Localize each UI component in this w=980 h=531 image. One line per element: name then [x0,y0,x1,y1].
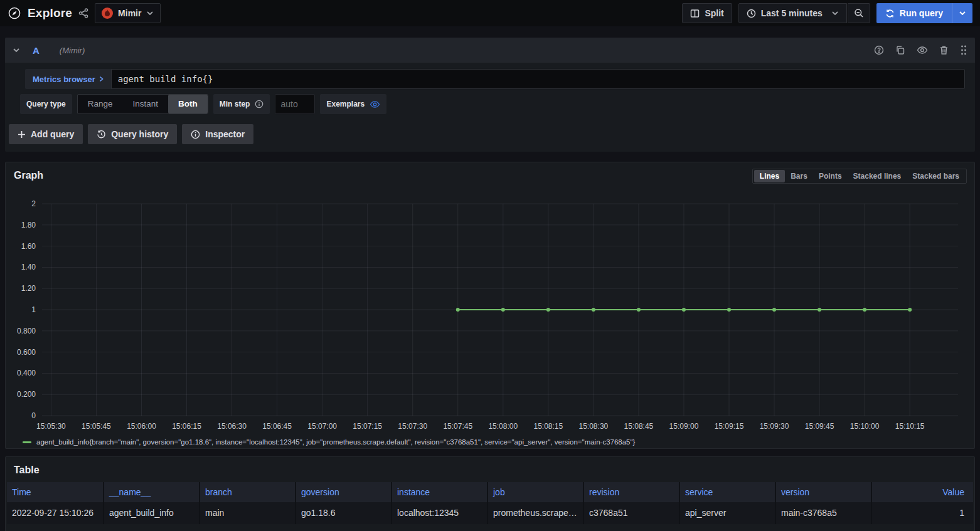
min-step-label: Min step [213,94,270,114]
x-tick-label: 15:05:45 [82,422,111,431]
cell-name[interactable]: agent_build_info [104,502,200,524]
query-type-range[interactable]: Range [78,95,123,113]
query-editor-card: A (Mimir) Metrics browser [5,38,975,152]
cell-job[interactable]: prometheus.scrape.… [488,502,584,524]
cell-time[interactable]: 2022-09-27 15:10:26 [7,502,104,524]
col-header-service[interactable]: service [680,482,776,502]
x-tick-label: 15:09:45 [805,422,834,431]
query-history-button[interactable]: Query history [88,124,177,144]
x-tick-label: 15:08:00 [488,422,518,431]
series-point[interactable] [863,308,866,312]
metrics-browser-label: Metrics browser [33,75,95,84]
x-tick-label: 15:06:15 [172,422,201,431]
y-tick-label: 0.400 [17,369,36,377]
series-point[interactable] [637,308,641,312]
graph-panel: Graph Lines Bars Points Stacked lines St… [5,162,975,449]
query-expression-input[interactable] [111,69,965,89]
x-tick-label: 15:06:00 [127,422,156,431]
cell-revision[interactable]: c3768a51 [584,502,680,524]
chevron-down-icon [831,11,839,16]
y-tick-label: 1.80 [21,221,36,229]
legend-series-label[interactable]: agent_build_info{branch="main", goversio… [36,438,635,446]
query-type-radio-group: Range Instant Both [77,94,208,114]
tab-lines[interactable]: Lines [754,170,785,182]
exemplars-label: Exemplars [320,94,386,114]
col-header-instance[interactable]: instance [392,482,488,502]
graph-canvas[interactable]: 21.801.601.401.2010.8000.6000.4000.20001… [12,196,963,434]
run-query-caret[interactable] [952,3,972,23]
cell-version[interactable]: main-c3768a5 [776,502,872,524]
table-panel-title: Table [6,457,974,480]
x-tick-label: 15:05:30 [36,422,66,431]
series-point[interactable] [727,308,731,312]
remove-query-trash-icon[interactable] [939,45,949,55]
series-point[interactable] [546,308,550,312]
query-type-both[interactable]: Both [168,95,208,113]
run-query-button[interactable]: Run query [876,3,972,23]
series-point[interactable] [501,308,505,312]
x-tick-label: 15:08:30 [579,422,609,431]
col-header-branch[interactable]: branch [200,482,296,502]
query-datasource-hint: (Mimir) [60,46,85,55]
x-tick-label: 15:06:45 [262,422,292,431]
col-header-value[interactable]: Value [872,482,973,502]
col-header-version[interactable]: version [776,482,872,502]
cell-service[interactable]: api_server [680,502,776,524]
series-point[interactable] [818,308,821,312]
time-range-picker[interactable]: Last 5 minutes [738,3,847,23]
add-query-button[interactable]: Add query [9,124,83,144]
tab-stacked-lines[interactable]: Stacked lines [848,170,907,182]
series-point[interactable] [456,308,460,312]
series-point[interactable] [592,308,595,312]
x-tick-label: 15:08:45 [624,422,654,431]
table-row: 2022-09-27 15:10:26 agent_build_info mai… [7,502,973,524]
table-header-row: Time __name__ branch goversion instance … [7,482,973,502]
x-tick-label: 15:07:30 [398,422,427,431]
col-header-revision[interactable]: revision [584,482,680,502]
results-table: Time __name__ branch goversion instance … [7,482,973,524]
zoom-out-button[interactable] [848,3,870,23]
cell-branch[interactable]: main [200,502,296,524]
info-circle-icon[interactable] [255,100,264,108]
split-button[interactable]: Split [682,3,732,23]
x-tick-label: 15:09:30 [760,422,789,431]
tab-points[interactable]: Points [813,170,848,182]
time-range-label: Last 5 minutes [761,8,823,18]
mimir-logo-icon [102,8,113,19]
cell-value[interactable]: 1 [872,502,973,524]
x-tick-label: 15:09:15 [715,422,744,431]
x-tick-label: 15:10:00 [850,422,880,431]
datasource-picker[interactable]: Mimir [95,3,161,23]
series-point[interactable] [908,308,912,312]
tab-stacked-bars[interactable]: Stacked bars [907,170,965,182]
cell-instance[interactable]: localhost:12345 [392,502,488,524]
drag-handle-icon[interactable] [960,45,967,56]
history-icon [97,130,106,139]
col-header-time[interactable]: Time [7,482,104,502]
help-icon[interactable] [874,45,884,55]
tab-bars[interactable]: Bars [785,170,813,182]
x-tick-label: 15:08:15 [533,422,563,431]
x-tick-label: 15:09:00 [669,422,699,431]
col-header-name[interactable]: __name__ [104,482,200,502]
run-query-label: Run query [900,8,943,18]
min-step-input[interactable] [275,94,315,114]
hide-response-eye-icon[interactable] [917,46,928,55]
series-point[interactable] [772,308,776,312]
share-icon[interactable] [78,8,88,18]
query-type-instant[interactable]: Instant [123,95,169,113]
metrics-browser-button[interactable]: Metrics browser [25,69,111,89]
y-tick-label: 0.800 [17,327,36,335]
graph-style-tabs: Lines Bars Points Stacked lines Stacked … [752,169,967,184]
collapse-chevron-icon[interactable] [13,48,20,53]
graph-legend: agent_build_info{branch="main", goversio… [6,434,974,452]
col-header-job[interactable]: job [488,482,584,502]
duplicate-icon[interactable] [895,45,905,55]
query-row-header[interactable]: A (Mimir) [5,38,975,63]
col-header-goversion[interactable]: goversion [296,482,392,502]
series-point[interactable] [682,308,686,312]
y-tick-label: 1.60 [21,242,36,251]
exemplars-eye-icon[interactable] [370,100,380,108]
inspector-button[interactable]: Inspector [182,124,253,144]
cell-goversion[interactable]: go1.18.6 [296,502,392,524]
